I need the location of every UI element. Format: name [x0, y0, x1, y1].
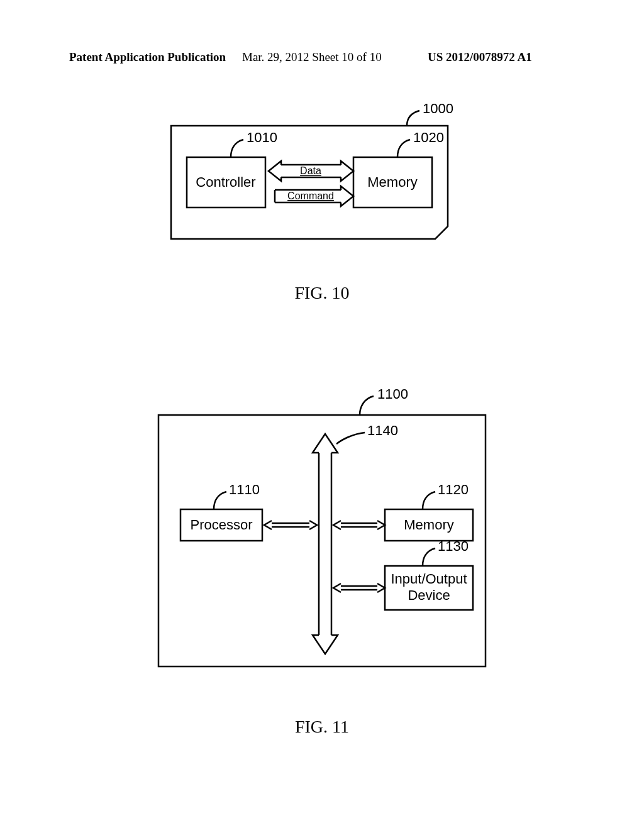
fig11-mem-arrow — [333, 521, 385, 529]
fig11-lead-1110 — [214, 492, 226, 509]
page: Patent Application Publication Mar. 29, … — [0, 0, 644, 830]
fig10-lead-1010 — [231, 140, 243, 157]
fig11-io-label-line2: Device — [408, 587, 450, 603]
fig10-lead-main — [407, 111, 419, 126]
fig11-io-label-line1: Input/Output — [391, 571, 467, 587]
fig10-lead-1020 — [397, 140, 410, 157]
fig11-ref-1140: 1140 — [367, 423, 398, 438]
fig11-bus-arrow — [313, 434, 338, 654]
figure-10: 1000 Controller 1010 Memory 1020 Data Co… — [158, 101, 486, 264]
fig11-lead-1130 — [423, 548, 435, 566]
header-mid: Mar. 29, 2012 Sheet 10 of 10 — [242, 50, 382, 64]
fig11-lead-1100 — [360, 396, 374, 415]
fig11-memory-label: Memory — [404, 517, 453, 533]
fig10-memory-label: Memory — [367, 174, 417, 190]
fig11-caption: FIG. 11 — [0, 717, 644, 737]
fig10-controller-label: Controller — [196, 174, 255, 190]
fig10-ref-1010: 1010 — [247, 130, 277, 145]
fig11-proc-arrow — [264, 521, 317, 529]
fig10-ref-1020: 1020 — [413, 130, 444, 145]
header-left: Patent Application Publication — [69, 50, 226, 64]
fig10-data-label: Data — [300, 165, 321, 176]
header-right: US 2012/0078972 A1 — [428, 50, 532, 64]
fig10-ref-main: 1000 — [423, 101, 453, 116]
fig11-ref-1100: 1100 — [377, 386, 408, 402]
figure-11: 1100 1140 Processor 1110 Memory 1120 — [121, 384, 523, 685]
fig11-lead-1140 — [336, 433, 365, 444]
fig11-ref-1120: 1120 — [438, 482, 469, 497]
fig10-caption: FIG. 10 — [0, 283, 644, 303]
fig11-io-arrow — [333, 584, 385, 592]
fig11-lead-1120 — [423, 492, 435, 509]
fig11-ref-1110: 1110 — [229, 482, 260, 497]
fig10-command-label: Command — [287, 191, 334, 201]
fig11-processor-label: Processor — [190, 517, 252, 533]
fig11-ref-1130: 1130 — [438, 538, 469, 554]
